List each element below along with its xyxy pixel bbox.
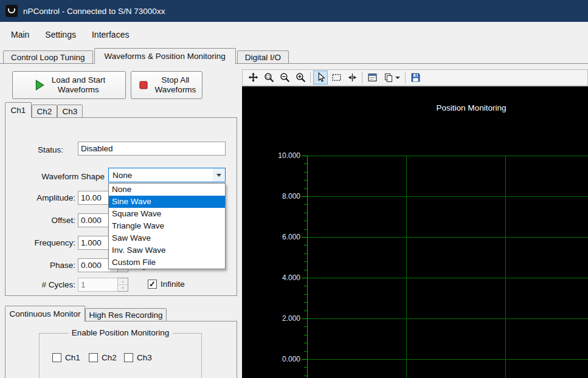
menu-main[interactable]: Main <box>3 22 37 47</box>
y-axis-minor-tick <box>304 163 307 164</box>
position-monitoring-chart[interactable]: Position Monitoring 10.000 8.000 6.000 4… <box>242 86 588 378</box>
graph-toolbar <box>242 69 588 86</box>
waveform-shape-label: Waveform Shape <box>12 171 105 182</box>
monitor-ch2-checkbox[interactable] <box>89 353 98 362</box>
stop-icon <box>137 79 150 91</box>
y-axis-minor-tick <box>304 180 307 180</box>
status-label: Status: <box>12 145 63 156</box>
properties-button[interactable] <box>365 70 379 84</box>
dropdown-option-square-wave[interactable]: Square Wave <box>109 208 225 220</box>
dropdown-option-inv-saw-wave[interactable]: Inv. Saw Wave <box>109 244 225 256</box>
y-axis-minor-tick <box>304 229 307 230</box>
frequency-label: Frequency: <box>12 238 75 249</box>
y-tick-label: 4.000 <box>242 273 300 282</box>
dropdown-option-none[interactable]: None <box>109 184 225 196</box>
spin-down-icon[interactable]: ▼ <box>118 285 128 291</box>
cycles-field[interactable]: 1 <box>78 278 118 292</box>
y-tick-label: 8.000 <box>242 192 300 201</box>
stop-button-label: Stop All Waveforms <box>155 75 196 95</box>
y-axis-minor-tick <box>304 376 307 376</box>
y-axis-minor-tick <box>304 367 307 368</box>
tab-continuous-monitor[interactable]: Continuous Monitor <box>5 306 85 321</box>
tab-control-loop-tuning[interactable]: Control Loop Tuning <box>3 50 93 64</box>
menu-settings[interactable]: Settings <box>37 22 84 47</box>
stop-all-waveforms-button[interactable]: Stop All Waveforms <box>131 71 202 99</box>
gridline-horizontal <box>307 156 588 156</box>
phase-label: Phase: <box>12 260 75 271</box>
monitor-ch3-checkbox[interactable] <box>124 353 133 362</box>
tab-digital-io[interactable]: Digital I/O <box>237 50 289 64</box>
app-icon <box>5 5 18 17</box>
app-window: nPControl - Connected to S/N 73000xx Mai… <box>0 0 588 378</box>
enable-position-monitoring-label: Enable Position Monitoring <box>69 328 173 337</box>
stop-button-label-line2: Waveforms <box>155 85 196 95</box>
save-icon <box>410 72 421 83</box>
monitor-ch1-checkbox[interactable] <box>52 353 61 362</box>
y-axis-minor-tick <box>304 270 307 270</box>
selection-box-icon <box>331 72 342 83</box>
npoint-logo-icon <box>8 9 15 13</box>
y-tick-label: 10.000 <box>242 151 300 160</box>
amplitude-label: Amplitude: <box>12 193 75 204</box>
pan-tool-button[interactable] <box>246 70 260 84</box>
y-axis-minor-tick <box>304 326 307 327</box>
y-axis-minor-tick <box>304 261 307 262</box>
y-axis-minor-tick <box>304 245 307 246</box>
cycles-spinner[interactable]: ▲ ▼ <box>118 278 128 292</box>
zoom-out-button[interactable] <box>277 70 292 84</box>
enable-position-monitoring-group: Enable Position Monitoring <box>39 333 202 378</box>
copy-button[interactable] <box>381 70 403 84</box>
y-axis-minor-tick <box>304 188 307 189</box>
y-axis-minor-tick <box>304 311 307 311</box>
tab-ch3[interactable]: Ch3 <box>57 105 83 118</box>
cursor-tool-icon <box>347 72 358 83</box>
combo-arrow-zone[interactable] <box>213 168 225 182</box>
gridline-vertical <box>505 156 506 378</box>
dropdown-option-triangle-wave[interactable]: Triangle Wave <box>109 220 225 232</box>
tab-ch2[interactable]: Ch2 <box>32 105 57 118</box>
play-icon <box>33 78 46 92</box>
dropdown-option-sine-wave[interactable]: Sine Wave <box>109 196 225 208</box>
y-axis-minor-tick <box>304 302 307 303</box>
tab-ch1[interactable]: Ch1 <box>5 102 32 118</box>
load-button-label: Load and Start Waveforms <box>52 75 106 95</box>
y-axis-minor-tick <box>304 335 307 335</box>
y-axis-major-tick <box>302 196 307 197</box>
cursor-tool-button[interactable] <box>345 70 359 84</box>
dropdown-option-custom-file[interactable]: Custom File <box>109 256 225 269</box>
pan-icon <box>248 72 258 83</box>
gridline-horizontal <box>307 196 588 197</box>
cycles-label: # Cycles: <box>12 280 75 290</box>
gridline-horizontal <box>307 359 588 360</box>
infinite-label: Infinite <box>161 279 185 290</box>
waveform-shape-combobox[interactable]: None <box>108 168 226 182</box>
load-button-label-line2: Waveforms <box>52 85 106 95</box>
y-tick-label: 2.000 <box>242 314 300 323</box>
spin-up-icon[interactable]: ▲ <box>118 278 128 285</box>
tab-high-res-recording[interactable]: High Res Recording <box>85 308 167 321</box>
load-button-label-line1: Load and Start <box>52 75 106 85</box>
pointer-tool-button[interactable] <box>313 70 328 84</box>
y-tick-label: 6.000 <box>242 233 300 241</box>
y-axis-minor-tick <box>304 213 307 213</box>
gridline-horizontal <box>307 278 588 278</box>
save-button[interactable] <box>408 70 423 84</box>
y-axis-minor-tick <box>304 221 307 221</box>
zoom-window-tool-button[interactable] <box>261 70 276 84</box>
status-field[interactable]: Disabled <box>78 142 226 156</box>
select-region-tool-button[interactable] <box>329 70 344 84</box>
zoom-in-button[interactable] <box>293 70 308 84</box>
infinite-checkbox[interactable]: ✓ <box>148 280 157 289</box>
dropdown-option-saw-wave[interactable]: Saw Wave <box>109 232 225 244</box>
monitor-ch3-label: Ch3 <box>137 352 152 363</box>
copy-dropdown-arrow-icon[interactable] <box>395 77 400 79</box>
tab-waveforms-position-monitoring[interactable]: Waveforms & Position Monitoring <box>94 48 236 64</box>
y-axis-minor-tick <box>304 253 307 254</box>
load-and-start-waveforms-button[interactable]: Load and Start Waveforms <box>12 71 126 99</box>
menu-bar: Main Settings Interfaces <box>0 22 588 47</box>
zoom-window-icon <box>264 72 274 83</box>
menu-interfaces[interactable]: Interfaces <box>84 22 137 47</box>
offset-label: Offset: <box>12 215 75 226</box>
y-axis-minor-tick <box>304 286 307 286</box>
pointer-icon <box>316 72 326 83</box>
